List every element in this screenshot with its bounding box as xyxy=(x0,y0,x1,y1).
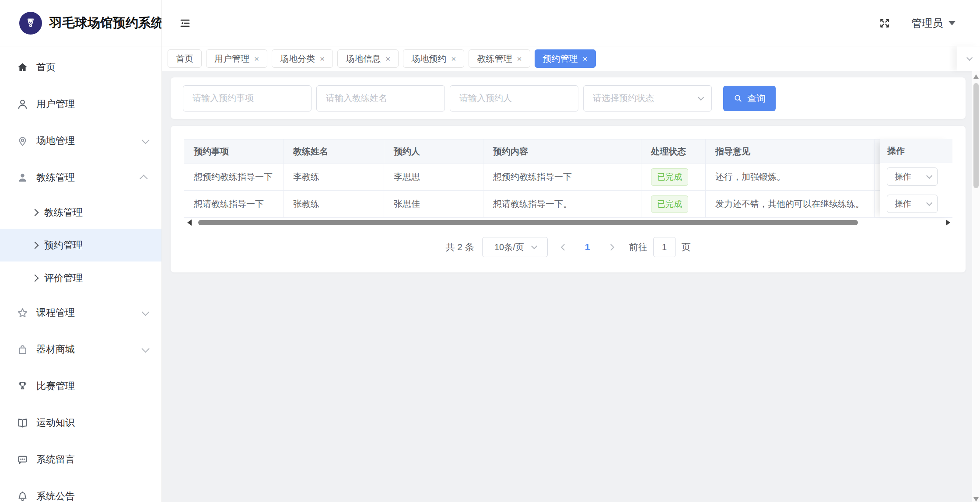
tab-user-manage[interactable]: 用户管理× xyxy=(206,49,267,68)
bag-icon xyxy=(16,343,28,356)
search-icon xyxy=(733,94,743,103)
arrow-right-icon xyxy=(32,275,38,281)
sidebar-item-system-announcements[interactable]: 系统公告 xyxy=(0,478,161,502)
reservation-status-select[interactable]: 请选择预约状态 xyxy=(583,85,712,112)
coach-name-input[interactable] xyxy=(316,85,445,112)
column-header: 指导意见 xyxy=(706,139,875,164)
row-action-button[interactable]: 操作 xyxy=(887,167,938,186)
scroll-down-arrow-icon[interactable] xyxy=(973,497,979,502)
close-icon[interactable]: × xyxy=(320,55,325,63)
cell-content: 想预约教练指导一下 xyxy=(483,164,641,191)
arrow-right-icon xyxy=(32,243,38,248)
sidebar-item-venues[interactable]: 场地管理 xyxy=(0,122,161,159)
collapse-sidebar-button[interactable] xyxy=(179,17,191,29)
main-area: 管理员 首页 用户管理× 场地分类× 场地信息× 场地预约× 教练管理× 预约管… xyxy=(162,0,980,502)
table-row: 想请教练指导一下 张教练 张思佳 想请教练指导一下。 已完成 发力还不错，其他的… xyxy=(184,191,952,218)
cell-content: 想请教练指导一下。 xyxy=(483,191,641,218)
chevron-down-icon xyxy=(966,55,973,61)
close-icon[interactable]: × xyxy=(254,55,259,63)
caret-down-icon xyxy=(948,21,956,25)
sidebar-item-home[interactable]: 首页 xyxy=(0,49,161,86)
topbar: 管理员 xyxy=(162,0,980,46)
sidebar-item-sports-knowledge[interactable]: 运动知识 xyxy=(0,404,161,441)
message-icon xyxy=(16,453,28,466)
search-panel: 请选择预约状态 查询 xyxy=(171,77,966,119)
home-icon xyxy=(16,61,28,73)
goto-page-input[interactable] xyxy=(653,237,676,257)
page-size-select[interactable]: 10条/页 xyxy=(482,237,548,257)
table-header-row: 预约事项 教练姓名 预约人 预约内容 处理状态 指导意见 xyxy=(184,139,952,164)
chevron-down-icon xyxy=(141,308,149,316)
close-icon[interactable]: × xyxy=(583,55,588,63)
topbar-right: 管理员 xyxy=(879,16,956,30)
app-logo xyxy=(19,12,42,35)
location-icon xyxy=(16,135,28,147)
action-cell: 操作 xyxy=(880,163,952,190)
tab-venue-info[interactable]: 场地信息× xyxy=(337,49,399,68)
sidebar-menu: 首页 用户管理 场地管理 教练管理 xyxy=(0,46,161,502)
pagination: 共 2 条 10条/页 1 前往 页 xyxy=(184,237,952,257)
status-badge: 已完成 xyxy=(651,168,688,186)
next-page-button[interactable] xyxy=(606,245,616,250)
tab-venue-category[interactable]: 场地分类× xyxy=(272,49,333,68)
chevron-down-icon xyxy=(531,243,537,249)
cell-person: 张思佳 xyxy=(384,191,483,218)
cell-coach: 李教练 xyxy=(284,164,384,191)
chevron-down-icon[interactable] xyxy=(919,195,937,213)
tab-actions-dropdown[interactable] xyxy=(957,46,980,71)
tab-home[interactable]: 首页 xyxy=(168,49,202,68)
app-title: 羽毛球场馆预约系统 xyxy=(49,14,162,32)
sidebar-item-users[interactable]: 用户管理 xyxy=(0,86,161,122)
chevron-down-icon xyxy=(698,94,704,100)
content-area: 请选择预约状态 查询 预约事 xyxy=(162,71,980,502)
sidebar-item-coaches[interactable]: 教练管理 xyxy=(0,159,161,196)
row-action-button[interactable]: 操作 xyxy=(887,195,938,213)
close-icon[interactable]: × xyxy=(385,55,390,63)
column-header: 处理状态 xyxy=(641,139,706,164)
reservation-item-input[interactable] xyxy=(183,85,312,112)
sidebar-subitem-review-manage[interactable]: 评价管理 xyxy=(0,261,161,294)
sidebar-item-equipment-mall[interactable]: 器材商城 xyxy=(0,331,161,368)
table-horizontal-scrollbar[interactable] xyxy=(184,219,952,227)
user-icon xyxy=(16,98,28,110)
sidebar-item-courses[interactable]: 课程管理 xyxy=(0,294,161,331)
scroll-left-arrow-icon[interactable] xyxy=(187,220,192,226)
chevron-down-icon[interactable] xyxy=(919,168,937,185)
page-vertical-scrollbar[interactable] xyxy=(972,71,980,502)
scroll-right-arrow-icon[interactable] xyxy=(946,220,950,226)
total-count: 共 2 条 xyxy=(445,241,474,253)
column-header: 教练姓名 xyxy=(284,139,384,164)
page-number-current[interactable]: 1 xyxy=(585,242,590,252)
scrollbar-thumb[interactable] xyxy=(198,220,858,225)
status-badge: 已完成 xyxy=(651,195,688,213)
search-button[interactable]: 查询 xyxy=(723,86,776,111)
fixed-action-column: 操作 操作 操作 xyxy=(880,139,952,217)
reservation-person-input[interactable] xyxy=(450,85,578,112)
scrollbar-thumb[interactable] xyxy=(973,83,979,188)
action-cell: 操作 xyxy=(880,190,952,217)
close-icon[interactable]: × xyxy=(451,55,456,63)
close-icon[interactable]: × xyxy=(517,55,522,63)
scroll-up-arrow-icon[interactable] xyxy=(973,74,979,79)
table-panel: 预约事项 教练姓名 预约人 预约内容 处理状态 指导意见 想预 xyxy=(171,126,966,272)
reservation-table: 预约事项 教练姓名 预约人 预约内容 处理状态 指导意见 想预 xyxy=(184,139,952,218)
hamburger-icon xyxy=(179,17,191,29)
sidebar-subitem-reservation-manage[interactable]: 预约管理 xyxy=(0,229,161,261)
tab-venue-booking[interactable]: 场地预约× xyxy=(403,49,464,68)
book-icon xyxy=(16,417,28,429)
tab-coach-manage[interactable]: 教练管理× xyxy=(469,49,530,68)
fullscreen-button[interactable] xyxy=(879,17,890,29)
sidebar-item-competitions[interactable]: 比赛管理 xyxy=(0,368,161,404)
cell-item: 想预约教练指导一下 xyxy=(184,164,284,191)
sidebar-item-system-messages[interactable]: 系统留言 xyxy=(0,441,161,478)
arrow-right-icon xyxy=(32,210,38,215)
user-name: 管理员 xyxy=(911,16,943,30)
user-menu[interactable]: 管理员 xyxy=(911,16,956,30)
app-window: 羽毛球场馆预约系统 首页 用户管理 场地管理 xyxy=(0,0,980,502)
sidebar-subitem-coach-manage[interactable]: 教练管理 xyxy=(0,196,161,229)
column-header-action: 操作 xyxy=(880,139,952,163)
tabbar: 首页 用户管理× 场地分类× 场地信息× 场地预约× 教练管理× 预约管理× xyxy=(162,46,980,71)
tab-reservation-manage[interactable]: 预约管理× xyxy=(535,49,596,68)
prev-page-button[interactable] xyxy=(559,245,569,250)
column-header: 预约事项 xyxy=(184,139,284,164)
